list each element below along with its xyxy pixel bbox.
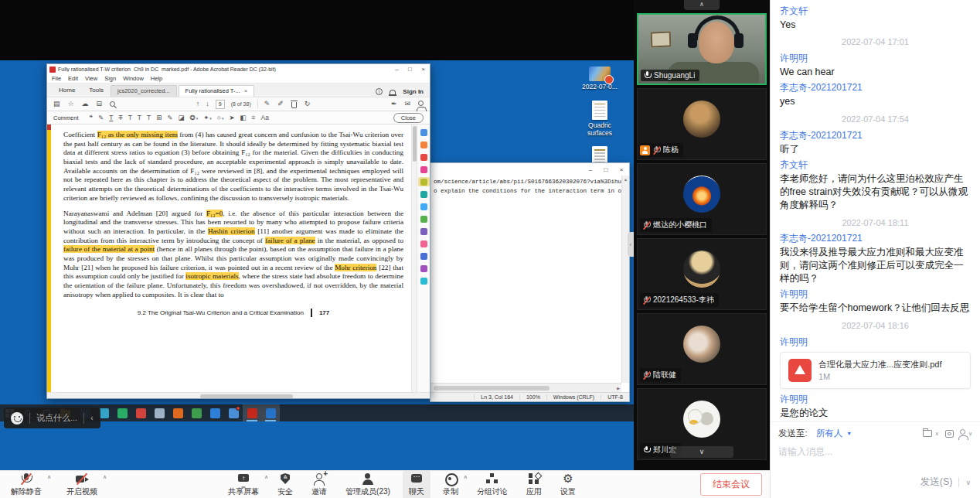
tab-tools[interactable]: Tools — [82, 84, 111, 97]
export-pdf-tool-icon[interactable] — [418, 152, 430, 162]
pdf-page[interactable]: Coefficient F₁₂ as the only missing item… — [51, 124, 411, 392]
stamp-tool-icon[interactable]: ✪▾ — [190, 114, 199, 121]
create-pdf-tool-icon[interactable] — [418, 189, 430, 199]
chat-sender-name[interactable]: 李志奇-2021201721 — [780, 232, 971, 245]
organize-pages-tool-icon[interactable] — [418, 214, 430, 223]
chat-sender-name[interactable]: 许明明 — [780, 336, 971, 349]
attachment-icon[interactable]: ✦▾ — [203, 114, 212, 121]
meeting-app-icon[interactable] — [206, 404, 224, 421]
mail-icon[interactable]: ✉ — [404, 101, 410, 107]
menu-item-help[interactable]: Help — [151, 75, 162, 82]
pen-icon[interactable]: ✎ — [264, 101, 271, 107]
record-button[interactable]: 录制∧ — [437, 471, 464, 498]
maximize-icon[interactable]: □ — [598, 164, 614, 176]
shapes-icon[interactable]: ○▾ — [217, 114, 224, 121]
menu-item-file[interactable]: File — [52, 75, 61, 82]
close-comment-button[interactable]: Close — [393, 113, 424, 123]
settings-button[interactable]: 设置 — [554, 471, 582, 498]
redact-tool-icon[interactable] — [418, 239, 430, 248]
menu-item-edit[interactable]: Edit — [68, 75, 78, 82]
emoji-smiley-icon[interactable] — [11, 412, 23, 425]
chat-sender-name[interactable]: 齐文轩 — [780, 5, 971, 18]
highlight-tool-icon[interactable] — [418, 177, 430, 186]
stamp-icon[interactable]: ✐ — [277, 101, 284, 107]
chevron-up-icon[interactable]: ∧ — [47, 474, 51, 480]
close-icon[interactable]: × — [417, 65, 430, 74]
manage-members-button[interactable]: 管理成员(23) — [339, 471, 396, 498]
participant-tile[interactable]: 燃达的小樱桃口 — [637, 163, 767, 235]
sticky-note-icon[interactable]: ❝ — [90, 114, 94, 121]
protect-tool-icon[interactable] — [418, 251, 430, 261]
chat-sender-name[interactable]: 许明明 — [780, 393, 971, 406]
participant-tile[interactable]: 陆联健 — [637, 313, 767, 385]
tencent-docs-icon[interactable] — [224, 404, 243, 421]
chevron-up-icon[interactable]: ∧ — [464, 474, 468, 480]
photos-icon[interactable] — [261, 404, 280, 421]
start-video-button[interactable]: 开启视频∧ — [60, 471, 104, 498]
document-tab[interactable]: Fully rationalised T-...× — [179, 85, 255, 97]
more-tools-icon[interactable] — [418, 276, 430, 285]
highlight-text-icon[interactable]: ✎ — [98, 114, 104, 121]
chat-input[interactable] — [771, 443, 980, 460]
end-meeting-button[interactable]: 结束会议 — [700, 473, 762, 496]
desktop-icon[interactable]: Quadric surfaces — [580, 101, 620, 138]
notepad-app-icon[interactable] — [150, 404, 168, 421]
strikethrough-text-icon[interactable]: T — [118, 114, 122, 121]
close-icon[interactable]: × — [614, 164, 629, 176]
scrollbar-thumb[interactable] — [434, 386, 550, 391]
tab-home[interactable]: Home — [52, 84, 82, 97]
document-tab[interactable]: jcs2020_corrected... — [111, 85, 177, 97]
scrollbar-thumb[interactable] — [200, 394, 293, 398]
profile-icon[interactable] — [418, 101, 424, 106]
apps-button[interactable]: 应用 — [520, 471, 548, 498]
wechat-icon[interactable] — [113, 404, 131, 421]
chat-sender-name[interactable]: 李志奇-2021201721 — [780, 129, 971, 142]
security-button[interactable]: 安全 — [271, 471, 299, 498]
sign-in-button[interactable]: Sign In — [403, 88, 424, 95]
screenshot-icon[interactable] — [945, 430, 954, 438]
chevron-up-icon[interactable]: ∧ — [264, 474, 268, 480]
collapse-strip-button[interactable]: ∧ — [684, 0, 720, 10]
acrobat-reader-window[interactable]: Fully rationalised T-W criterion_Ch9 in … — [46, 63, 430, 399]
desktop-icon[interactable]: 2022-07-0... — [582, 67, 618, 91]
document-horizontal-scrollbar[interactable] — [47, 392, 430, 398]
eraser-icon[interactable]: ◪ — [178, 114, 184, 121]
chat-sender-name[interactable]: 齐文轩 — [780, 159, 971, 172]
invite-button[interactable]: 邀请 — [305, 471, 333, 498]
app-red-icon[interactable] — [131, 404, 150, 421]
cloud-upload-icon[interactable]: ☁ — [82, 101, 89, 107]
send-options-icon[interactable]: ∨ — [965, 479, 971, 486]
previous-page-icon[interactable]: ↑ — [196, 101, 200, 107]
add-text-icon[interactable]: T — [147, 114, 151, 121]
print-icon[interactable]: ⊟ — [97, 101, 103, 107]
chat-sender-name[interactable]: 许明明 — [780, 52, 971, 65]
chevron-down-icon[interactable]: ∨ — [935, 431, 939, 437]
star-icon[interactable]: ☆ — [68, 101, 74, 107]
rotate-icon[interactable]: ↻ — [305, 101, 311, 107]
next-page-icon[interactable]: ↓ — [206, 101, 209, 107]
replace-text-icon[interactable]: T — [138, 114, 141, 121]
notepad-window[interactable]: – □ × om/science/article/abs/pii/S016766… — [430, 162, 630, 402]
close-tab-icon[interactable]: × — [244, 86, 248, 97]
insert-text-icon[interactable]: T — [128, 114, 132, 121]
edit-pdf-tool-icon[interactable] — [418, 165, 430, 174]
pin-icon[interactable]: ➤ — [229, 114, 234, 121]
chat-file-attachment[interactable]: 合理化最大应力准...应变准则.pdf1M — [780, 352, 971, 389]
participant-tile[interactable]: 2021264533-李祎 — [637, 238, 767, 310]
notifications-bell-icon[interactable] — [390, 90, 396, 95]
chat-sender-name[interactable]: 许明明 — [780, 288, 971, 301]
chevron-down-icon[interactable]: ▼ — [846, 431, 852, 436]
send-button[interactable]: 发送(S) — [920, 476, 953, 489]
sign-pen-icon[interactable]: ✒ — [391, 101, 397, 107]
compress-tool-icon[interactable] — [418, 227, 430, 236]
quick-chat-bubble[interactable]: 说点什么... ‹ — [4, 408, 100, 428]
quick-chat-placeholder[interactable]: 说点什么... — [36, 412, 77, 424]
search-icon[interactable] — [110, 101, 115, 107]
menu-item-window[interactable]: Window — [123, 75, 144, 82]
document-vertical-scrollbar[interactable] — [411, 124, 417, 392]
combine-files-tool-icon[interactable] — [418, 202, 430, 211]
notepad-vertical-scrollbar[interactable]: ▲ — [621, 176, 629, 383]
acrobat-reader-icon[interactable] — [243, 404, 261, 421]
info-icon[interactable] — [376, 88, 383, 95]
participant-tile[interactable]: ShuguangLi — [637, 13, 767, 85]
